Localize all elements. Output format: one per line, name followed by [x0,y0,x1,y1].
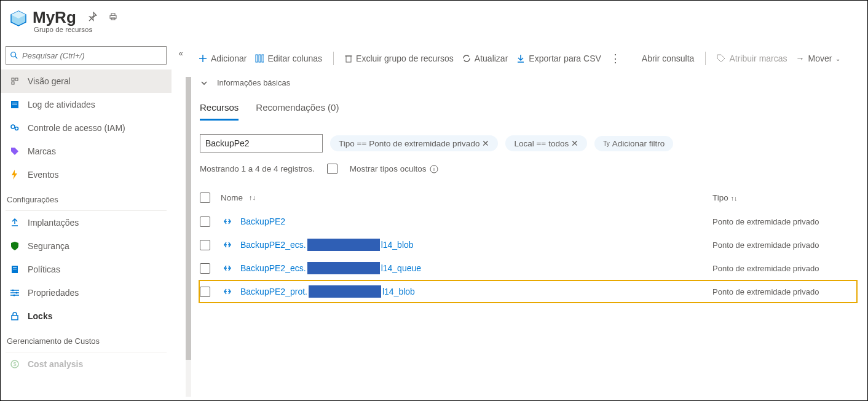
plus-icon [199,54,207,63]
resource-type-cell: Ponto de extremidade privado [712,240,858,250]
row-checkbox[interactable] [200,287,210,297]
column-header-type[interactable]: Tipo ↑↓ [712,193,858,202]
sidebar-item-properties[interactable]: Propriedades [1,281,172,304]
sidebar-item-security[interactable]: Segurança [1,234,172,258]
add-button[interactable]: Adicionar [195,51,250,66]
toolbar-separator [705,52,706,65]
info-icon[interactable]: i [430,165,438,173]
resource-link[interactable]: BackupPE2_ecs.l14_queue [240,262,421,274]
filter-location-value: todos [548,139,569,148]
row-checkbox[interactable] [200,263,210,274]
show-hidden-checkbox[interactable] [327,164,337,174]
svg-rect-11 [12,103,17,103]
filter-name-input[interactable] [200,134,323,153]
close-icon[interactable]: ✕ [571,138,578,148]
sidebar-item-overview[interactable]: Visão geral [1,69,172,93]
overview-icon [9,77,20,85]
sidebar-item-label: Eventos [28,170,59,180]
private-endpoint-icon [221,240,234,250]
resource-name-suffix: l14_blob [382,287,415,296]
add-filter-label: Adicionar filtro [612,139,665,148]
refresh-button[interactable]: Atualizar [459,51,511,66]
essentials-label: Informações básicas [217,78,290,87]
move-button[interactable]: → Mover ⌄ [792,51,845,66]
tab-resources[interactable]: Recursos [200,100,239,121]
sidebar-item-iam[interactable]: Controle de acesso (IAM) [1,116,172,140]
sidebar-item-activity-log[interactable]: Log de atividades [1,93,172,116]
print-icon[interactable] [108,12,118,23]
events-icon [9,170,20,180]
table-row[interactable]: BackupPE2_ecs.l14_queuePonto de extremid… [200,256,858,280]
sidebar-item-label: Propriedades [28,288,79,298]
delete-rg-button[interactable]: Excluir grupo de recursos [341,51,457,66]
resource-link[interactable]: BackupPE2_ecs.l14_blob [240,239,414,251]
svg-text:$: $ [13,361,16,367]
properties-icon [9,289,20,296]
svg-rect-17 [13,269,17,269]
add-label: Adicionar [211,54,247,63]
svg-point-13 [11,125,15,129]
svg-point-14 [15,127,18,130]
svg-point-22 [16,292,18,294]
sidebar-item-events[interactable]: Eventos [1,163,172,186]
chevron-down-icon [200,79,208,87]
download-icon [516,54,525,63]
table-row[interactable]: BackupPE2_ecs.l14_blobPonto de extremida… [200,233,858,256]
close-icon[interactable]: ✕ [482,138,489,148]
column-type-label: Tipo [712,193,728,202]
svg-rect-3 [111,14,115,15]
sidebar-item-locks[interactable]: Locks [1,304,172,328]
main-content: Adicionar Editar colunas Excluir grupo d… [190,44,867,400]
row-checkbox[interactable] [200,240,210,250]
resource-type-cell: Ponto de extremidade privado [712,264,858,273]
svg-rect-30 [259,55,261,62]
resource-link[interactable]: BackupPE2 [240,216,286,226]
private-endpoint-icon [221,216,234,226]
essentials-bar[interactable]: Informações básicas [190,73,867,100]
edit-columns-button[interactable]: Editar colunas [251,51,326,66]
move-label: Mover [808,54,832,63]
resource-name-suffix: l14_queue [381,263,421,273]
sidebar-search-input[interactable] [22,51,162,60]
filter-pill-type[interactable]: Tipo == Ponto de extremidade privado ✕ [330,135,498,151]
columns-icon [255,54,264,63]
sidebar-item-policies[interactable]: Políticas [1,258,172,281]
sidebar-item-label: Locks [28,311,52,321]
tab-recommendations[interactable]: Recomendações (0) [256,100,339,121]
select-all-checkbox[interactable] [200,193,210,203]
delete-rg-label: Excluir grupo de recursos [356,54,454,63]
row-checkbox[interactable] [200,216,210,227]
page-subtitle: Grupo de recursos [34,26,118,33]
pin-icon[interactable] [87,12,97,23]
kebab-menu[interactable]: ⋮ [606,49,625,68]
activity-log-icon [9,100,20,109]
column-header-name[interactable]: Nome ↑↓ [221,193,712,202]
private-endpoint-icon [221,287,234,296]
sidebar-item-cost-analysis[interactable]: $ Cost analysis [1,352,172,376]
resource-link[interactable]: BackupPE2_prot.l14_blob [240,285,415,298]
open-query-button[interactable]: Abrir consulta [638,51,698,66]
export-csv-button[interactable]: Exportar para CSV [513,51,605,66]
refresh-label: Atualizar [475,54,508,63]
filter-location-key: Local == [514,139,546,148]
sidebar-search[interactable] [6,46,167,65]
filter-bar: Tipo == Ponto de extremidade privado ✕ L… [190,121,867,157]
sidebar-item-tags[interactable]: Marcas [1,140,172,163]
cost-analysis-icon: $ [9,360,20,368]
assign-tags-button[interactable]: Atribuir marcas [713,51,791,66]
policies-icon [9,265,20,274]
table-row[interactable]: BackupPE2_prot.l14_blobPonto de extremid… [199,280,858,303]
sidebar-item-label: Controle de acesso (IAM) [28,123,125,133]
sort-icon: ↑↓ [249,194,256,201]
resource-table: Nome ↑↓ Tipo ↑↓ BackupPE2Ponto de extrem… [190,185,867,303]
filter-pill-location[interactable]: Local == todos ✕ [505,135,587,151]
table-row[interactable]: BackupPE2Ponto de extremidade privado [200,210,858,233]
sidebar-item-deployments[interactable]: Implantações [1,211,172,234]
lock-icon [9,312,20,320]
add-filter-button[interactable]: Ty Adicionar filtro [594,136,673,151]
page-title: MyRg [33,8,76,27]
filter-type-value: Ponto de extremidade privado [369,139,479,148]
svg-rect-16 [13,267,17,268]
sidebar-collapse-button[interactable]: « [172,44,190,58]
iam-icon [9,124,20,132]
